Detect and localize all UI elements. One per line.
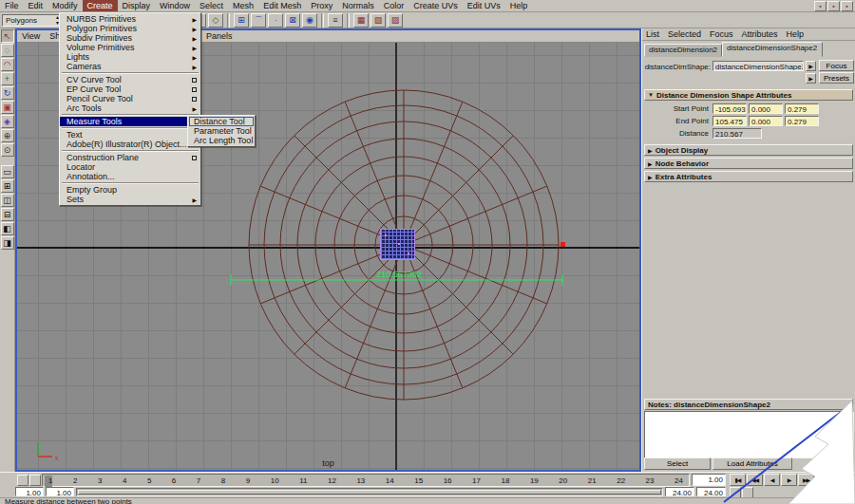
range-bar[interactable] <box>78 490 661 495</box>
frame-number[interactable]: 1 <box>48 476 52 485</box>
playback-start-field[interactable]: 1.00 <box>46 487 74 496</box>
frame-number[interactable]: 22 <box>617 476 625 485</box>
menu-normals[interactable]: Normals <box>337 0 379 11</box>
presets-button[interactable]: Presets <box>819 72 854 84</box>
select-tool-icon[interactable]: ↖ <box>1 29 14 43</box>
timeline-option-icon[interactable] <box>17 475 28 486</box>
snap-toggle-icon[interactable]: ▪ <box>827 1 840 11</box>
frame-number[interactable]: 7 <box>197 476 200 485</box>
ui-toggle-icon[interactable]: ▪ <box>841 1 853 11</box>
tab-distance-dimension[interactable]: distanceDimension2 <box>644 44 722 57</box>
layout-persp-outliner-icon[interactable]: ◧ <box>1 222 14 235</box>
end-point-z-field[interactable]: 0.279 <box>785 116 819 126</box>
ae-menu-selected[interactable]: Selected <box>668 29 701 39</box>
playback-end-field[interactable]: 24.00 <box>665 487 694 496</box>
layout-single-pane-icon[interactable]: ▭ <box>1 165 14 178</box>
menu-item-text[interactable]: Text <box>60 130 200 140</box>
frame-number[interactable]: 15 <box>414 476 423 485</box>
lasso-tool-icon[interactable]: ◌ <box>1 44 14 57</box>
presets-arrow-button[interactable]: ▶ <box>806 73 816 84</box>
menu-proxy[interactable]: Proxy <box>306 0 337 11</box>
option-box-icon[interactable] <box>192 87 197 92</box>
frame-number[interactable]: 18 <box>502 476 510 485</box>
layout-two-stack-icon[interactable]: ⊟ <box>1 208 14 221</box>
menu-item-locator[interactable]: Locator <box>60 162 200 172</box>
layout-two-side-icon[interactable]: ◫ <box>1 194 14 207</box>
start-point-y-field[interactable]: 0.000 <box>749 103 783 114</box>
menu-item-sets[interactable]: Sets▶ <box>60 195 200 204</box>
menu-edit[interactable]: Edit <box>24 0 48 11</box>
snap-plane-icon[interactable]: ⊠ <box>285 13 300 28</box>
menu-window[interactable]: Window <box>155 0 195 11</box>
ae-menu-help[interactable]: Help <box>787 29 805 39</box>
frame-number[interactable]: 16 <box>444 476 452 485</box>
end-point-x-field[interactable]: 105.475 <box>712 116 747 126</box>
option-box-icon[interactable] <box>192 156 197 160</box>
frame-number[interactable]: 17 <box>472 476 481 485</box>
menu-select[interactable]: Select <box>195 0 228 11</box>
section-object-display[interactable]: ▶ Object Display <box>644 144 853 156</box>
anim-start-field[interactable]: 1.00 <box>15 487 44 496</box>
submenu-item-arc-length-tool[interactable]: Arc Length Tool <box>189 136 254 145</box>
menu-item-adobe-illustrator-object[interactable]: Adobe(R) Illustrator(R) Object... <box>60 140 200 149</box>
menu-edit-mesh[interactable]: Edit Mesh <box>258 0 306 11</box>
menuset-dropdown[interactable]: Polygons ▴ ▾ <box>2 14 61 27</box>
layout-four-view-icon[interactable]: ⊞ <box>1 179 14 193</box>
layout-hypershade-icon[interactable]: ◨ <box>1 236 14 250</box>
menu-item-lights[interactable]: Lights▶ <box>60 52 200 62</box>
frame-number[interactable]: 24 <box>674 476 683 485</box>
submenu-item-distance-tool[interactable]: Distance Tool <box>189 117 254 126</box>
show-manip-icon[interactable]: ⊕ <box>1 129 14 142</box>
focus-arrow-button[interactable]: ▶ <box>806 61 816 71</box>
render-icon[interactable]: ▦ <box>353 13 369 28</box>
start-point-z-field[interactable]: 0.279 <box>785 103 819 114</box>
last-tool-icon[interactable]: ⊙ <box>1 143 14 157</box>
frame-number[interactable]: 21 <box>588 476 597 485</box>
menu-item-cv-curve-tool[interactable]: CV Curve Tool <box>60 75 200 84</box>
menu-mesh[interactable]: Mesh <box>228 0 258 11</box>
menu-create[interactable]: Create <box>83 0 118 11</box>
menu-item-pencil-curve-tool[interactable]: Pencil Curve Tool <box>60 94 200 103</box>
frame-number[interactable]: 20 <box>559 476 567 485</box>
frame-number[interactable]: 12 <box>328 476 336 485</box>
frame-number[interactable]: 8 <box>221 476 225 485</box>
frame-number[interactable]: 4 <box>123 476 126 485</box>
menu-item-nurbs-primitives[interactable]: NURBS Primitives▶ <box>60 14 200 24</box>
show-manipulators-icon[interactable]: ▪ <box>814 1 826 11</box>
timeline-key-icon[interactable] <box>29 475 41 486</box>
construction-history-icon[interactable]: ≡ <box>328 13 343 28</box>
current-time-field[interactable]: 1.00 <box>692 474 726 486</box>
submenu-item-parameter-tool[interactable]: Parameter Tool <box>189 126 254 136</box>
menu-edit-uvs[interactable]: Edit UVs <box>463 0 505 11</box>
node-name-field[interactable]: distanceDimensionShape2 <box>712 61 804 71</box>
menu-item-arc-tools[interactable]: Arc Tools▶ <box>60 103 200 113</box>
scale-tool-icon[interactable]: ▣ <box>1 101 14 114</box>
menu-item-measure-tools[interactable]: Measure Tools▶ <box>60 117 200 126</box>
frame-number[interactable]: 11 <box>299 476 307 485</box>
frame-number[interactable]: 5 <box>147 476 151 485</box>
menu-help[interactable]: Help <box>505 0 533 11</box>
make-live-icon[interactable]: ◉ <box>302 13 317 28</box>
frame-number[interactable]: 9 <box>246 476 250 485</box>
frame-number[interactable]: 3 <box>98 476 102 485</box>
menu-item-subdiv-primitives[interactable]: Subdiv Primitives▶ <box>60 33 200 43</box>
menu-item-polygon-primitives[interactable]: Polygon Primitives▶ <box>60 24 200 33</box>
paint-select-tool-icon[interactable]: ◠ <box>1 58 14 71</box>
menu-item-volume-primitives[interactable]: Volume Primitives▶ <box>60 43 200 52</box>
menu-item-annotation[interactable]: Annotation... <box>60 172 200 181</box>
snap-curve-icon[interactable]: ⌒ <box>251 13 266 28</box>
option-box-icon[interactable] <box>192 97 197 102</box>
end-point-y-field[interactable]: 0.000 <box>749 116 783 126</box>
frame-number[interactable]: 13 <box>356 476 365 485</box>
menu-modify[interactable]: Modify <box>48 0 83 11</box>
rotate-tool-icon[interactable]: ↻ <box>1 86 14 100</box>
menu-item-empty-group[interactable]: Empty Group <box>60 185 200 195</box>
frame-number[interactable]: 14 <box>386 476 394 485</box>
range-track[interactable] <box>76 488 663 496</box>
ae-menu-attributes[interactable]: Attributes <box>742 29 778 39</box>
select-button[interactable]: Select <box>644 457 711 470</box>
ipr-render-icon[interactable]: ▧ <box>370 13 386 28</box>
frame-number[interactable]: 6 <box>172 476 176 485</box>
move-tool-icon[interactable]: + <box>1 72 14 85</box>
menu-create-uvs[interactable]: Create UVs <box>408 0 463 11</box>
